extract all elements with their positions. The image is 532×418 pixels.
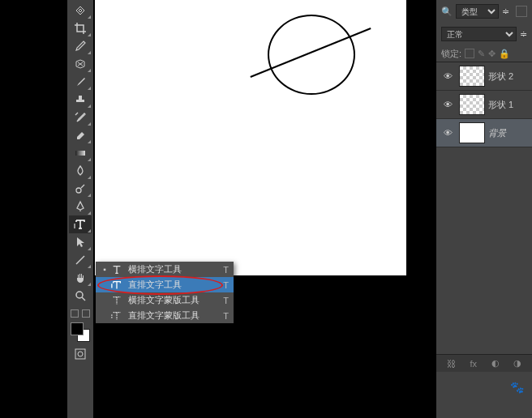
shortcut-label: T <box>219 296 229 305</box>
svg-rect-3 <box>75 349 85 359</box>
flyout-horizontal-type-mask[interactable]: 横排文字蒙版工具 T <box>96 292 234 308</box>
toolbox <box>67 0 93 418</box>
vertical-type-icon <box>109 279 125 291</box>
fx-icon[interactable]: fx <box>470 359 477 369</box>
visibility-icon[interactable]: 👁 <box>440 128 456 138</box>
lock-transparent-icon[interactable] <box>465 49 474 58</box>
tool-crop[interactable] <box>69 19 92 37</box>
layer-thumbnail[interactable] <box>459 122 485 143</box>
tool-dodge[interactable] <box>69 180 92 198</box>
type-mask-icon <box>109 295 125 306</box>
flyout-vertical-type-mask[interactable]: 直排文字蒙版工具 T <box>96 308 234 323</box>
circle-shape <box>268 15 355 95</box>
tool-pen[interactable] <box>69 198 92 215</box>
tool-gradient[interactable] <box>69 144 92 162</box>
blend-mode-select[interactable]: 正常 <box>441 27 517 41</box>
tool-zoom[interactable] <box>69 287 92 305</box>
flyout-label: 直排文字工具 <box>125 279 219 291</box>
color-swatch[interactable] <box>69 322 92 342</box>
vertical-type-mask-icon <box>109 310 125 322</box>
svg-point-4 <box>78 352 83 356</box>
layer-row-shape1[interactable]: 👁 形状 1 <box>436 91 532 119</box>
flyout-horizontal-type[interactable]: ▪ 横排文字工具 T <box>96 262 234 277</box>
search-icon[interactable]: 🔍 <box>441 6 453 17</box>
filter-type-select[interactable]: 类型 <box>456 4 499 19</box>
tool-hand[interactable] <box>69 269 92 287</box>
layers-bottom-toolbar: ⛓ fx ◐ ◑ <box>436 354 532 372</box>
layer-row-background[interactable]: 👁 背景 <box>436 119 532 147</box>
filter-icons[interactable] <box>516 6 527 17</box>
color-mini-icons[interactable] <box>69 308 92 319</box>
tool-type[interactable] <box>69 215 92 233</box>
lock-brush-icon[interactable]: ✎ <box>478 49 485 59</box>
layer-name: 背景 <box>488 127 529 139</box>
tool-patch[interactable] <box>69 55 92 73</box>
active-marker: ▪ <box>101 265 109 274</box>
layer-name: 形状 2 <box>488 70 529 83</box>
lock-all-icon[interactable]: 🔒 <box>499 49 510 59</box>
lock-move-icon[interactable]: ✥ <box>488 49 496 59</box>
svg-rect-0 <box>75 151 85 156</box>
visibility-icon[interactable]: 👁 <box>440 71 456 81</box>
layer-row-shape2[interactable]: 👁 形状 2 <box>436 62 532 91</box>
visibility-icon[interactable]: 👁 <box>440 100 456 109</box>
tool-path-select[interactable] <box>69 233 92 251</box>
flyout-label: 横排文字蒙版工具 <box>125 294 219 306</box>
flyout-vertical-type[interactable]: 直排文字工具 T <box>96 277 234 292</box>
foreground-color[interactable] <box>71 322 84 335</box>
flyout-label: 横排文字工具 <box>125 263 219 275</box>
canvas-area[interactable] <box>95 0 406 275</box>
mask-icon[interactable]: ◐ <box>491 358 500 369</box>
link-icon[interactable]: ⛓ <box>447 359 456 369</box>
adjustment-icon[interactable]: ◑ <box>513 358 521 369</box>
layer-thumbnail[interactable] <box>459 66 485 87</box>
tool-stamp[interactable] <box>69 91 92 109</box>
shortcut-label: T <box>219 265 229 275</box>
tool-eyedropper[interactable] <box>69 37 92 55</box>
tool-blur[interactable] <box>69 162 92 180</box>
type-tool-flyout: ▪ 横排文字工具 T 直排文字工具 T 横排文字蒙版工具 T 直排文字蒙版工具 … <box>96 262 234 323</box>
tool-history-brush[interactable] <box>69 109 92 126</box>
flyout-label: 直排文字蒙版工具 <box>125 309 219 322</box>
layers-panel: 🔍 类型 ≑ 正常 ≑ 锁定: ✎ ✥ 🔒 👁 形状 2 👁 形状 1 👁 背景… <box>436 0 532 418</box>
layer-thumbnail[interactable] <box>459 94 485 115</box>
lock-label: 锁定: <box>441 48 461 60</box>
tool-line[interactable] <box>69 251 92 269</box>
svg-point-1 <box>76 188 81 193</box>
tool-eraser[interactable] <box>69 126 92 144</box>
tool-heal[interactable] <box>69 2 92 19</box>
tool-quickmask[interactable] <box>69 345 92 363</box>
layer-name: 形状 1 <box>488 99 529 111</box>
shortcut-label: T <box>219 280 229 290</box>
shortcut-label: T <box>219 311 229 321</box>
svg-point-2 <box>76 292 83 298</box>
watermark: 🐾 <box>510 381 524 394</box>
type-icon <box>109 264 125 275</box>
tool-brush[interactable] <box>69 73 92 91</box>
